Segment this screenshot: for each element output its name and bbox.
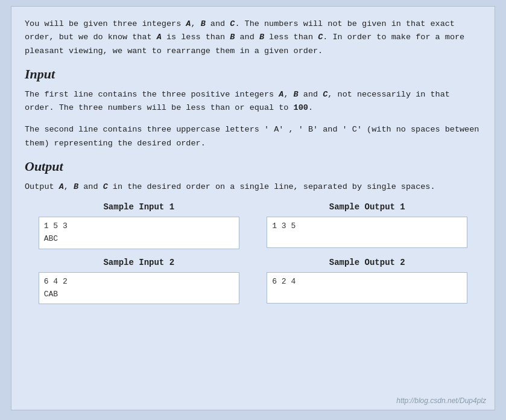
var-A2: A bbox=[157, 33, 162, 42]
output-title: Output bbox=[25, 159, 481, 174]
sample1-input-col: Sample Input 1 1 5 3 ABC bbox=[25, 202, 253, 249]
intro-text-2: , bbox=[191, 19, 200, 28]
intro-text-1: You will be given three integers bbox=[25, 19, 186, 28]
input-para2: The second line contains three uppercase… bbox=[25, 123, 481, 150]
intro-paragraph: You will be given three integers A, B an… bbox=[25, 18, 481, 58]
input-100: 100 bbox=[294, 103, 308, 112]
output-text2: , bbox=[64, 182, 74, 191]
sample1-output-col: Sample Output 1 1 3 5 bbox=[253, 202, 482, 249]
output-para1: Output A, B and C in the desired order o… bbox=[25, 180, 481, 194]
sample1-input-box: 1 5 3 ABC bbox=[39, 217, 239, 249]
output-var-B: B bbox=[74, 182, 78, 191]
main-container: You will be given three integers A, B an… bbox=[11, 6, 495, 410]
sample2-input-line1: 6 4 2 bbox=[44, 276, 234, 288]
var-B: B bbox=[201, 19, 206, 28]
samples-section-1: Sample Input 1 1 5 3 ABC Sample Output 1… bbox=[25, 202, 481, 249]
input-p1-text5: . bbox=[308, 103, 313, 112]
intro-text-6: and bbox=[235, 33, 259, 42]
input-title: Input bbox=[25, 66, 481, 82]
sample1-row: Sample Input 1 1 5 3 ABC Sample Output 1… bbox=[25, 202, 481, 249]
input-para1: The first line contains the three positi… bbox=[25, 88, 481, 115]
sample1-input-label: Sample Input 1 bbox=[103, 202, 174, 212]
sample2-output-label: Sample Output 2 bbox=[329, 258, 405, 267]
sample1-output-value: 1 3 5 bbox=[272, 220, 462, 233]
output-var-C: C bbox=[103, 182, 108, 191]
intro-text-3: and bbox=[206, 19, 230, 28]
sample2-output-value: 6 2 4 bbox=[272, 276, 462, 288]
sample1-output-label: Sample Output 1 bbox=[329, 202, 405, 212]
sample2-input-line2: CAB bbox=[44, 288, 234, 301]
sample2-input-label: Sample Input 2 bbox=[103, 258, 174, 267]
sample2-output-col: Sample Output 2 6 2 4 bbox=[253, 258, 482, 305]
input-p1-text2: , bbox=[283, 90, 293, 99]
sample1-input-line2: ABC bbox=[44, 233, 234, 246]
output-text4: in the desired order on a single line, s… bbox=[108, 182, 435, 191]
sample1-input-line1: 1 5 3 bbox=[44, 220, 234, 233]
sample2-input-box: 6 4 2 CAB bbox=[39, 272, 239, 305]
var-B3: B bbox=[259, 33, 264, 42]
output-var-A: A bbox=[59, 182, 64, 191]
input-p1-text3: and bbox=[299, 90, 323, 99]
sample2-input-col: Sample Input 2 6 4 2 CAB bbox=[25, 258, 253, 305]
watermark: http://blog.csdn.net/Dup4plz bbox=[396, 396, 486, 405]
sample2-output-box: 6 2 4 bbox=[267, 272, 467, 304]
input-p2-text: The second line contains three uppercase… bbox=[25, 125, 479, 147]
input-var-B: B bbox=[294, 90, 299, 99]
intro-text-5: is less than bbox=[162, 33, 230, 42]
input-p1-text1: The first line contains the three positi… bbox=[25, 90, 279, 99]
output-text3: and bbox=[78, 182, 103, 191]
intro-text-7: less than bbox=[264, 33, 318, 42]
sample2-row: Sample Input 2 6 4 2 CAB Sample Output 2… bbox=[25, 258, 481, 305]
sample1-output-box: 1 3 5 bbox=[267, 217, 467, 248]
samples-section-2: Sample Input 2 6 4 2 CAB Sample Output 2… bbox=[25, 258, 481, 305]
output-text1: Output bbox=[25, 182, 59, 191]
